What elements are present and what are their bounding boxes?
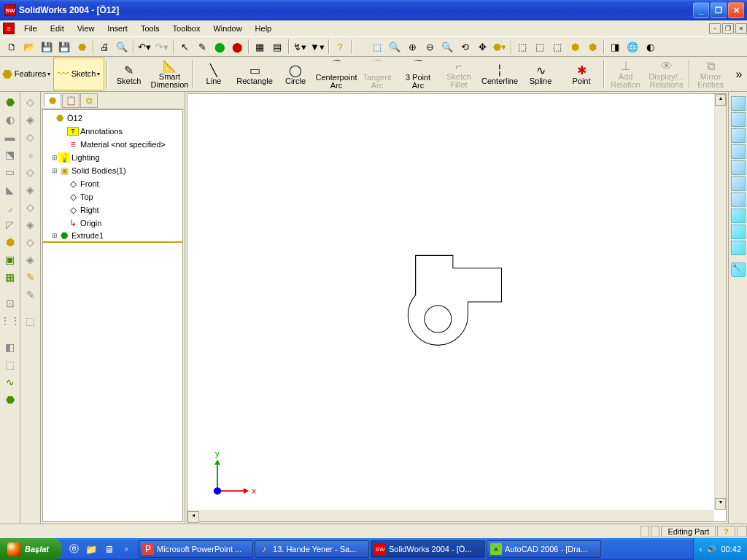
centerline-button[interactable]: ╎Centerline bbox=[480, 58, 519, 90]
save-icon[interactable]: 💾 bbox=[39, 39, 55, 55]
task-solidworks[interactable]: SWSolidWorks 2004 - [Ö... bbox=[371, 540, 485, 558]
undo-icon[interactable]: ↶▾ bbox=[136, 39, 152, 55]
mdi-close[interactable]: × bbox=[735, 23, 747, 34]
shaded-icon[interactable]: ⬢ bbox=[584, 39, 600, 55]
tree-tab-config[interactable]: ⧉ bbox=[80, 93, 98, 108]
tree-root[interactable]: Ö12 bbox=[67, 114, 82, 122]
tree-front[interactable]: Front bbox=[80, 179, 99, 188]
view-di-icon[interactable] bbox=[731, 225, 746, 239]
close-button[interactable]: ✕ bbox=[728, 2, 744, 18]
menu-file[interactable]: File bbox=[18, 22, 44, 35]
task-powerpoint[interactable]: PMicrosoft PowerPoint ... bbox=[139, 540, 253, 558]
shadow-icon[interactable]: ◐ bbox=[642, 39, 658, 55]
filter-icon[interactable]: ▼▾ bbox=[309, 39, 325, 55]
start-button[interactable]: Başlat bbox=[0, 538, 62, 560]
grid2-icon[interactable]: ▤ bbox=[269, 39, 285, 55]
tree-lighting[interactable]: Lighting bbox=[71, 153, 100, 162]
view-tri-icon[interactable] bbox=[731, 209, 746, 223]
tangent-arc-button[interactable]: ⌒Tangent Arc bbox=[357, 58, 397, 90]
pt2-icon[interactable]: ◇ bbox=[23, 164, 39, 180]
view-extra-icon[interactable]: 🔧 bbox=[731, 262, 746, 277]
tray-vol-icon[interactable]: 🔊 bbox=[706, 545, 716, 554]
overflow-button[interactable]: » bbox=[732, 58, 746, 90]
loft-icon[interactable]: ⬔ bbox=[2, 147, 18, 163]
tree-material[interactable]: Material <not specified> bbox=[80, 140, 166, 149]
rib-icon[interactable]: ▣ bbox=[2, 252, 18, 268]
chamfer-icon[interactable]: ◸ bbox=[2, 217, 18, 233]
pt7-icon[interactable]: ◈ bbox=[23, 252, 39, 268]
view-back-icon[interactable] bbox=[731, 112, 746, 127]
view-right-icon[interactable] bbox=[731, 144, 746, 159]
zoom-out-icon[interactable]: ⊖ bbox=[422, 39, 438, 55]
grid-icon[interactable]: ▦ bbox=[252, 39, 268, 55]
tree-tab-feature[interactable]: ⬣ bbox=[44, 93, 61, 108]
sweep-icon[interactable]: ▬ bbox=[2, 129, 18, 145]
sketch-fillet-button[interactable]: ⌐Sketch Fillet bbox=[439, 58, 479, 90]
mdi-minimize[interactable]: - bbox=[709, 23, 721, 34]
open-icon[interactable]: 📂 bbox=[21, 39, 37, 55]
centerpoint-arc-button[interactable]: ⌒Centerpoint Arc bbox=[317, 58, 356, 90]
hlr-icon[interactable]: ⬚ bbox=[549, 39, 565, 55]
pt-icon[interactable]: ⬨ bbox=[23, 147, 39, 163]
fillet-feat-icon[interactable]: ◞ bbox=[2, 199, 18, 215]
section-icon[interactable]: ◨ bbox=[607, 39, 623, 55]
help-icon[interactable]: ? bbox=[332, 39, 348, 55]
status-help[interactable]: ? bbox=[717, 526, 735, 537]
ql-more-icon[interactable]: » bbox=[119, 541, 133, 557]
display-relations-button[interactable]: 👁Display/... Relations bbox=[647, 58, 686, 90]
graphics-viewport[interactable]: x y ▴▾ ◂ bbox=[187, 93, 727, 522]
rectangle-button[interactable]: ▭Rectangle bbox=[235, 58, 274, 90]
view-bottom-icon[interactable] bbox=[731, 176, 746, 191]
revolve-icon[interactable]: ◐ bbox=[2, 112, 18, 128]
extrude-boss-icon[interactable]: ⬣ bbox=[2, 94, 18, 110]
curve2-icon[interactable]: ⬣ bbox=[2, 392, 18, 408]
new-icon[interactable]: 🗋 bbox=[4, 39, 20, 55]
menu-insert[interactable]: Insert bbox=[101, 22, 134, 35]
saveall-icon[interactable]: 💾 bbox=[56, 39, 72, 55]
curve-icon[interactable]: ∿ bbox=[2, 374, 18, 390]
menu-tools[interactable]: Tools bbox=[134, 22, 166, 35]
menu-view[interactable]: View bbox=[71, 22, 101, 35]
3dsketch-icon[interactable]: ✎ bbox=[23, 287, 39, 303]
sketch-button[interactable]: ✎Sketch bbox=[109, 58, 149, 90]
zoom-area-icon[interactable]: ⬚ bbox=[369, 39, 385, 55]
view-top-icon[interactable] bbox=[731, 160, 746, 175]
redo-icon[interactable]: ↷▾ bbox=[154, 39, 170, 55]
scrollbar-horizontal[interactable]: ◂ bbox=[187, 510, 714, 521]
tree-top[interactable]: Top bbox=[80, 192, 93, 201]
line-button[interactable]: ╲Line bbox=[194, 58, 233, 90]
task-music[interactable]: ♪13. Hande Yener - Sa... bbox=[255, 540, 369, 558]
scrollbar-vertical[interactable]: ▴▾ bbox=[714, 94, 726, 510]
feature-tree[interactable]: ⬣Ö12 TAnnotations ≡Material <not specifi… bbox=[42, 109, 183, 522]
ref-icon[interactable]: ⬚ bbox=[2, 357, 18, 373]
draft-icon[interactable]: ▦ bbox=[2, 269, 18, 285]
ql-explorer-icon[interactable]: 📁 bbox=[84, 541, 98, 557]
system-tray[interactable]: ‹ 🔊 00:42 bbox=[693, 538, 747, 560]
menu-window[interactable]: Window bbox=[206, 22, 248, 35]
tree-right[interactable]: Right bbox=[80, 206, 99, 214]
shell-icon[interactable]: ⬢ bbox=[2, 234, 18, 250]
pan-icon[interactable]: ✥ bbox=[474, 39, 490, 55]
tray-clock[interactable]: 00:42 bbox=[721, 545, 741, 553]
task-autocad[interactable]: AAutoCAD 2006 - [Dra... bbox=[487, 540, 601, 558]
shaded-edges-icon[interactable]: ⬢ bbox=[567, 39, 583, 55]
three-point-arc-button[interactable]: ⌒3 Point Arc bbox=[398, 58, 438, 90]
pattern-icon[interactable]: ⋮⋮ bbox=[2, 313, 18, 329]
view-normal-icon[interactable] bbox=[731, 241, 746, 255]
tree-solid-bodies[interactable]: Solid Bodies(1) bbox=[71, 166, 126, 175]
tree-tab-property[interactable]: 📋 bbox=[62, 93, 80, 108]
ext1-icon[interactable]: ⬚ bbox=[23, 313, 39, 329]
maximize-button[interactable]: ❐ bbox=[711, 2, 727, 18]
menu-edit[interactable]: Edit bbox=[44, 22, 71, 35]
sketch-pencil-icon[interactable]: ✎ bbox=[23, 269, 39, 285]
print-icon[interactable]: 🖨 bbox=[96, 39, 112, 55]
view-left-icon[interactable] bbox=[731, 128, 746, 143]
tray-arrow-icon[interactable]: ‹ bbox=[700, 545, 703, 553]
hidden-icon[interactable]: ⬚ bbox=[532, 39, 548, 55]
point-button[interactable]: ✱Point bbox=[562, 58, 601, 90]
menu-help[interactable]: Help bbox=[249, 22, 279, 35]
zoom-fit-icon[interactable]: 🔍 bbox=[387, 39, 403, 55]
view-iso-icon[interactable] bbox=[731, 192, 746, 207]
spline-button[interactable]: ∿Spline bbox=[521, 58, 560, 90]
tree-extrude[interactable]: Extrude1 bbox=[71, 231, 104, 240]
